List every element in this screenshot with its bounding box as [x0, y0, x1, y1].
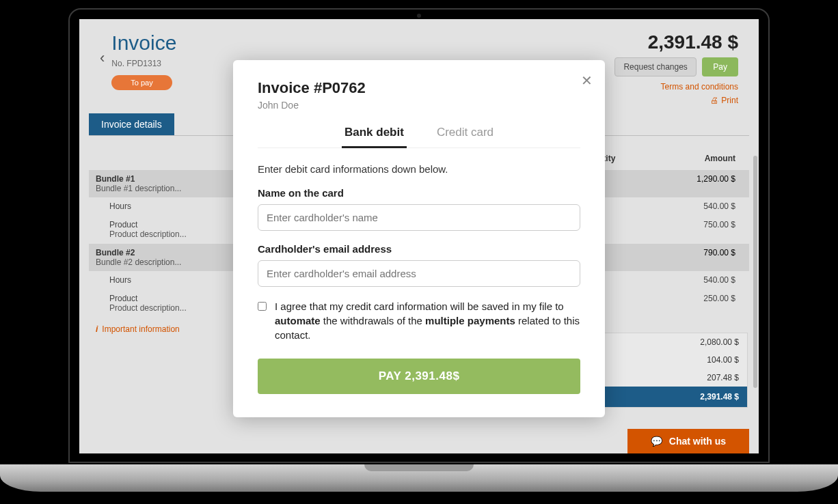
cardholder-name-input[interactable] [258, 204, 580, 231]
modal-customer-name: John Doe [258, 100, 580, 111]
back-chevron-icon[interactable]: ‹ [100, 49, 105, 67]
camera-icon [417, 14, 421, 18]
name-on-card-label: Name on the card [258, 187, 580, 199]
agree-text: I agree that my credit card information … [275, 299, 580, 342]
terms-link[interactable]: Terms and conditions [614, 82, 738, 92]
important-label: Important information [102, 324, 179, 334]
payment-modal: ✕ Invoice #P0762 John Doe Bank debit Cre… [233, 60, 605, 417]
cardholder-email-label: Cardholder's email address [258, 243, 580, 255]
print-icon: 🖨 [710, 96, 718, 105]
modal-instructions: Enter debit card informations down below… [258, 163, 580, 175]
scrollbar[interactable] [753, 156, 757, 388]
line-amount: 250.00 $ [640, 294, 742, 313]
col-amount: Amount [640, 154, 742, 163]
payment-method-tabs: Bank debit Credit card [258, 126, 580, 148]
header-actions: Request changes Pay [614, 57, 738, 76]
agree-row: I agree that my credit card information … [258, 299, 580, 342]
chat-label: Chat with us [669, 436, 726, 447]
laptop-frame: ‹ Invoice No. FPD1313 To pay 2,391.48 $ … [68, 8, 770, 463]
tab-bank-debit[interactable]: Bank debit [342, 126, 407, 148]
pay-button-header[interactable]: Pay [702, 57, 738, 76]
header-right: 2,391.48 $ Request changes Pay Terms and… [614, 31, 738, 105]
status-pill-to-pay[interactable]: To pay [111, 75, 172, 90]
laptop-notch [364, 464, 474, 471]
invoice-number: No. FPD1313 [111, 59, 176, 68]
app-screen: ‹ Invoice No. FPD1313 To pay 2,391.48 $ … [79, 19, 759, 453]
line-amount: 750.00 $ [640, 220, 742, 239]
bundle-amount: 790.00 $ [640, 248, 742, 267]
agree-checkbox[interactable] [258, 302, 267, 311]
info-icon: i [96, 324, 98, 334]
request-changes-button[interactable]: Request changes [614, 57, 696, 76]
close-icon[interactable]: ✕ [581, 72, 593, 89]
header-left: ‹ Invoice No. FPD1313 To pay [100, 31, 176, 90]
page-title: Invoice [111, 31, 176, 55]
total-value: 2,391.48 $ [700, 392, 739, 402]
tab-credit-card[interactable]: Credit card [434, 126, 496, 148]
submit-payment-button[interactable]: PAY 2,391.48$ [258, 359, 580, 394]
cardholder-email-input[interactable] [258, 260, 580, 287]
tab-invoice-details[interactable]: Invoice details [89, 113, 174, 135]
print-link[interactable]: 🖨 Print [614, 96, 738, 105]
line-amount: 540.00 $ [640, 275, 742, 285]
print-label: Print [721, 96, 738, 105]
line-amount: 540.00 $ [640, 201, 742, 211]
chat-icon: 💬 [651, 436, 662, 447]
invoice-total: 2,391.48 $ [614, 31, 738, 53]
bundle-amount: 1,290.00 $ [640, 174, 742, 193]
chat-with-us-button[interactable]: 💬 Chat with us [627, 429, 749, 453]
modal-title: Invoice #P0762 [258, 79, 580, 97]
